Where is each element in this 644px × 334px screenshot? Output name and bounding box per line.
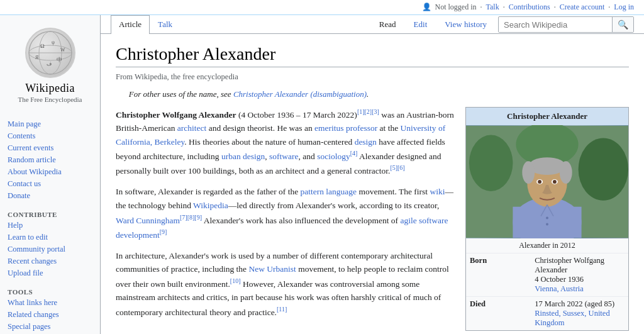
sidebar-item-about-wikipedia: About Wikipedia [0, 166, 100, 178]
article-link[interactable]: software [269, 152, 298, 161]
contributions-link[interactable]: Contributions [509, 3, 550, 12]
content-area: Article Talk Read Edit View history 🔍 Ch… [101, 15, 644, 334]
article-link[interactable]: urban design [221, 152, 265, 161]
infobox: Christopher Alexander Alexander in 2012B… [465, 107, 629, 331]
sidebar-link-random-article[interactable]: Random article [8, 155, 56, 164]
article-link[interactable]: Wikipedia [193, 201, 228, 210]
tabs-right: Read Edit View history 🔍 [373, 16, 634, 33]
infobox-photo [466, 125, 628, 238]
tab-view-history[interactable]: View history [438, 16, 493, 33]
tab-article[interactable]: Article [111, 15, 150, 34]
search-button[interactable]: 🔍 [612, 17, 633, 32]
sidebar-link-main-page[interactable]: Main page [8, 120, 41, 128]
create-account-link[interactable]: Create account [560, 3, 605, 12]
sidebar-item-what-links-here: What links here [0, 297, 100, 309]
article-link[interactable]: pattern language [301, 187, 357, 196]
sidebar-link-contents[interactable]: Contents [8, 131, 35, 140]
site-title: Wikipedia [25, 82, 75, 95]
sidebar-link-community-portal[interactable]: Community portal [8, 245, 65, 253]
sidebar-item-main-page: Main page [0, 118, 100, 130]
search-input[interactable] [499, 18, 612, 32]
infobox-row: BornChristopher Wolfgang Alexander4 Octo… [466, 253, 628, 297]
top-bar-separator: · [503, 3, 505, 12]
citation: [7][8][9] [180, 214, 202, 221]
top-bar: 👤 Not logged in · Talk · Contributions ·… [0, 0, 644, 15]
svg-point-24 [553, 180, 557, 184]
svg-text:中: 中 [57, 57, 62, 63]
svg-point-27 [546, 217, 548, 220]
infobox-link[interactable]: Rinsted, Sussex, United Kingdom [535, 309, 609, 327]
talk-link[interactable]: Talk [486, 3, 499, 12]
sidebar-item-community-portal: Community portal [0, 243, 100, 255]
article-link[interactable]: wiki [430, 187, 445, 196]
sidebar-link-upload-file[interactable]: Upload file [8, 269, 43, 277]
infobox-link[interactable]: Vienna, Austria [535, 284, 584, 293]
svg-point-11 [469, 135, 513, 191]
sidebar-item-help: Help [0, 220, 100, 231]
sidebar-item-special-pages: Special pages [0, 321, 100, 333]
citation: [4] [350, 150, 358, 157]
sidebar-item-learn-to-edit: Learn to edit [0, 231, 100, 243]
svg-rect-15 [513, 207, 581, 238]
svg-text:ف: ف [47, 61, 52, 67]
sidebar-item-contact-us: Contact us [0, 178, 100, 190]
top-bar-separator: · [608, 3, 610, 12]
tools-section-title: Tools [0, 284, 100, 297]
tab-talk[interactable]: Talk [150, 15, 180, 34]
sidebar-link-donate[interactable]: Donate [8, 191, 30, 200]
sidebar-link-what-links-here[interactable]: What links here [8, 298, 57, 307]
svg-text:ψ: ψ [52, 40, 55, 45]
from-wikipedia-label: From Wikipedia, the free encyclopedia [116, 72, 629, 82]
svg-point-20 [560, 161, 572, 184]
sidebar: Ω ψ Я 中 ف W Wikipedia The Free Encyclope… [0, 15, 101, 334]
infobox-value: 17 March 2022 (aged 85)Rinsted, Sussex, … [531, 297, 628, 331]
infobox-caption: Alexander in 2012 [466, 238, 628, 253]
infobox-row: Died17 March 2022 (aged 85)Rinsted, Suss… [466, 297, 628, 331]
sidebar-link-help[interactable]: Help [8, 221, 23, 230]
sidebar-link-about-wikipedia[interactable]: About Wikipedia [8, 167, 62, 176]
sidebar-item-donate: Donate [0, 190, 100, 202]
sidebar-link-special-pages[interactable]: Special pages [8, 322, 50, 331]
citation: [11] [277, 306, 287, 313]
sidebar-item-upload-file: Upload file [0, 267, 100, 279]
article-link[interactable]: sociology [317, 152, 350, 161]
not-logged-in-label: Not logged in [435, 3, 477, 12]
svg-point-22 [538, 180, 541, 184]
svg-point-12 [579, 138, 628, 201]
svg-text:Ω: Ω [40, 43, 45, 49]
article-link[interactable]: design [355, 137, 377, 147]
article-link[interactable]: Ward Cunningham [116, 215, 180, 225]
article-link[interactable]: emeritus professor [314, 123, 377, 133]
sidebar-tools-list: What links hereRelated changesSpecial pa… [0, 297, 100, 333]
tab-edit[interactable]: Edit [408, 16, 434, 33]
top-bar-separator: · [480, 3, 482, 12]
svg-text:Я: Я [35, 55, 39, 60]
tab-bar: Article Talk Read Edit View history 🔍 [101, 15, 644, 34]
main-layout: Ω ψ Я 中 ف W Wikipedia The Free Encyclope… [0, 15, 644, 334]
article-link[interactable]: New Urbanist [248, 264, 296, 274]
hatnote-link[interactable]: Christopher Alexander (disambiguation) [233, 89, 367, 99]
infobox-title: Christopher Alexander [466, 108, 628, 125]
sidebar-nav-list: Main pageContentsCurrent eventsRandom ar… [0, 118, 100, 202]
sidebar-link-contact-us[interactable]: Contact us [8, 179, 41, 188]
logo-area: Ω ψ Я 中 ف W Wikipedia The Free Encyclope… [0, 20, 100, 113]
sidebar-item-related-changes: Related changes [0, 309, 100, 321]
article-link[interactable]: architect [177, 123, 206, 133]
wikipedia-logo: Ω ψ Я 中 ف W [25, 28, 75, 78]
citation: [1][2][3] [357, 108, 379, 115]
contribute-section-title: Contribute [0, 207, 100, 220]
sidebar-link-current-events[interactable]: Current events [8, 143, 53, 152]
sidebar-link-learn-to-edit[interactable]: Learn to edit [8, 233, 48, 242]
article-link[interactable]: University of California, Berkeley [116, 123, 445, 147]
sidebar-item-random-article: Random article [0, 154, 100, 166]
sidebar-tools: Tools What links hereRelated changesSpec… [0, 284, 100, 333]
citation: [9] [160, 228, 167, 235]
svg-point-28 [546, 223, 548, 225]
log-in-link[interactable]: Log in [614, 3, 634, 12]
sidebar-item-current-events: Current events [0, 142, 100, 154]
article-content: Christopher Alexander From Wikipedia, th… [101, 34, 644, 334]
sidebar-link-recent-changes[interactable]: Recent changes [8, 257, 57, 265]
tab-read[interactable]: Read [373, 16, 402, 33]
site-subtitle: The Free Encyclopedia [18, 96, 82, 103]
sidebar-link-related-changes[interactable]: Related changes [8, 310, 59, 319]
